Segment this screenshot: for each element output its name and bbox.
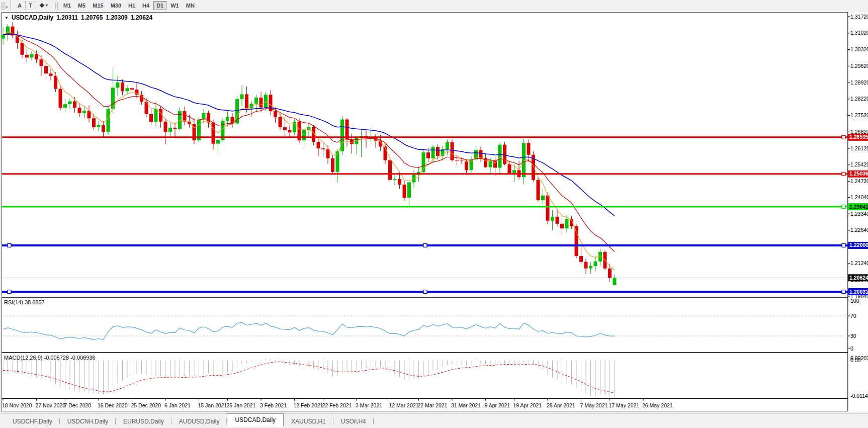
- price-tick-label: 1.23340: [850, 211, 868, 217]
- macd-min-label: -0.011462: [850, 393, 868, 399]
- rsi-tick-label: 70: [850, 313, 856, 319]
- timeframe-button-mn[interactable]: MN: [183, 1, 198, 10]
- candle-body: [436, 147, 440, 156]
- candle-body: [455, 160, 459, 160]
- line-handle[interactable]: [842, 290, 845, 294]
- timeframe-button-m1[interactable]: M1: [60, 1, 74, 10]
- price-badge-1.26595: 1.26595: [849, 134, 868, 140]
- timeframe-button-w1[interactable]: W1: [167, 1, 182, 10]
- line-handle[interactable]: [842, 205, 845, 209]
- candle-body: [107, 109, 110, 132]
- candle-body: [63, 104, 67, 108]
- timeframe-button-m15[interactable]: M15: [90, 1, 106, 10]
- chart-window[interactable]: [2, 13, 848, 411]
- candle-body: [164, 122, 167, 132]
- candle-body: [264, 95, 268, 107]
- candle-body: [30, 54, 34, 58]
- candle-body: [40, 59, 43, 66]
- candle-body: [546, 196, 550, 221]
- candle-body: [279, 117, 282, 127]
- candle-body: [21, 43, 24, 54]
- candle-body: [426, 152, 430, 158]
- date-tick-label: 22 Feb 2021: [322, 402, 352, 408]
- chart-tab-audusd[interactable]: AUDUSD,Daily: [171, 416, 227, 426]
- price-badge-1.20031: 1.20031: [849, 289, 868, 295]
- line-handle[interactable]: [842, 135, 845, 139]
- candle-body: [130, 88, 134, 90]
- candle-body: [579, 256, 583, 262]
- candle-body: [168, 128, 172, 132]
- price-tick-label: 1.21240: [850, 260, 868, 266]
- chart-tab-eurusd[interactable]: EURUSD,Daily: [116, 416, 171, 426]
- candle-body: [126, 88, 129, 91]
- ohlc-high: 1.20765: [81, 14, 103, 21]
- date-tick-label: 12 Feb 2021: [294, 402, 323, 408]
- line-handle[interactable]: [423, 243, 427, 247]
- current-price-badge: 1.20624: [849, 275, 868, 281]
- candle-body: [59, 89, 62, 108]
- toolbar-separator: [10, 1, 12, 10]
- candle-body: [302, 130, 306, 141]
- timeframe-toolbar-grip[interactable]: [55, 2, 59, 10]
- timeframe-button-m30[interactable]: M30: [108, 1, 124, 10]
- candle-body: [159, 109, 162, 121]
- line-handle[interactable]: [423, 290, 427, 294]
- timeframe-button-d1[interactable]: D1: [153, 1, 166, 10]
- tab-divider: [373, 418, 374, 424]
- chart-tab-usdcnh[interactable]: USDCNH,Daily: [60, 416, 116, 426]
- candle-body: [508, 164, 511, 174]
- line-handle[interactable]: [8, 243, 11, 247]
- candle-body: [479, 150, 483, 158]
- date-tick-label: 28 Apr 2021: [547, 402, 575, 408]
- candle-body: [212, 123, 215, 144]
- candle-body: [183, 111, 187, 122]
- toolbar-grip[interactable]: [1, 2, 5, 10]
- date-tick-label: 16 Dec 2020: [98, 402, 128, 408]
- candle-body: [25, 55, 29, 58]
- text-label-button[interactable]: A: [14, 1, 25, 10]
- chart-tab-xauusd[interactable]: XAUUSD,H1: [284, 416, 333, 426]
- candle-body: [283, 127, 287, 130]
- objects-dropdown-button[interactable]: ❖ ▾: [36, 1, 51, 10]
- candle-body: [207, 113, 210, 123]
- price-tick-label: 1.25420: [850, 161, 868, 167]
- timeframe-button-h4[interactable]: H4: [139, 1, 152, 10]
- timeframe-button-m5[interactable]: M5: [75, 1, 89, 10]
- candle-body: [431, 147, 435, 158]
- candle-body: [321, 148, 325, 149]
- candle-body: [594, 262, 597, 266]
- candle-body: [216, 140, 220, 143]
- candle-body: [240, 94, 244, 99]
- chart-tab-usdcad[interactable]: USDCAD,Daily: [227, 413, 284, 426]
- chart-title: ▼ USDCAD,Daily 1.20311 1.20765 1.20309 1…: [5, 14, 152, 21]
- line-handle[interactable]: [842, 243, 845, 247]
- candle-body: [49, 73, 53, 76]
- chart-collapse-icon[interactable]: ▼: [5, 16, 9, 20]
- chart-canvas[interactable]: 1.317201.310201.303201.296201.289201.282…: [0, 0, 868, 428]
- candle-body: [121, 82, 124, 91]
- line-handle[interactable]: [8, 290, 11, 294]
- candle-body: [102, 125, 105, 132]
- candle-body: [82, 111, 86, 113]
- profile-letter: F: [6, 5, 8, 10]
- chart-tab-usdchf[interactable]: USDCHF,Daily: [5, 416, 60, 426]
- text-tool-button[interactable]: T: [25, 1, 36, 10]
- candle-body: [446, 142, 449, 149]
- candle-body: [565, 219, 569, 228]
- candle-body: [274, 111, 277, 117]
- date-tick-label: 19 Apr 2021: [513, 402, 542, 408]
- date-tick-label: 15 Jan 2021: [198, 402, 227, 408]
- timeframe-button-h1[interactable]: H1: [125, 1, 138, 10]
- line-handle[interactable]: [842, 172, 845, 176]
- macd-indicator-label: MACD(12,26,9) -0.005728 -0.006936: [4, 355, 96, 361]
- price-tick-label: 1.22640: [850, 227, 868, 233]
- chevron-down-icon: ▾: [46, 3, 48, 8]
- date-tick-label: 7 May 2021: [580, 402, 608, 408]
- chart-tab-usoil[interactable]: USOil,H4: [333, 416, 374, 426]
- macd-zero-label: 0.00: [850, 357, 861, 363]
- price-tick-label: 1.31020: [850, 30, 868, 36]
- candle-body: [575, 226, 578, 256]
- candle-body: [73, 101, 76, 108]
- candle-body: [154, 109, 158, 122]
- candle-body: [259, 98, 263, 108]
